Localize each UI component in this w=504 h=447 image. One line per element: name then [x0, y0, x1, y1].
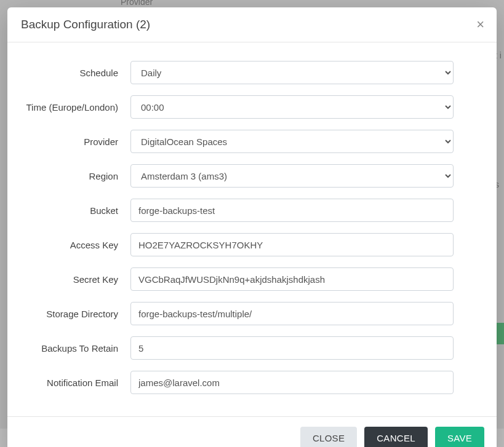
access-key-label: Access Key	[26, 240, 130, 250]
backups-to-retain-label: Backups To Retain	[26, 343, 130, 354]
time-select[interactable]: 00:00	[130, 95, 454, 119]
notification-email-input[interactable]	[130, 371, 454, 394]
bucket-input[interactable]	[130, 199, 454, 222]
schedule-label: Schedule	[26, 68, 130, 78]
backups-to-retain-input[interactable]	[130, 336, 454, 360]
time-label: Time (Europe/London)	[26, 102, 130, 113]
provider-label: Provider	[26, 136, 130, 147]
region-select[interactable]: Amsterdam 3 (ams3)	[130, 164, 454, 188]
close-icon[interactable]: ×	[476, 18, 484, 31]
modal-footer: CLOSE CANCEL SAVE	[7, 416, 497, 447]
storage-directory-input[interactable]	[130, 302, 454, 325]
bucket-label: Bucket	[26, 205, 130, 216]
secret-key-input[interactable]	[130, 267, 454, 291]
secret-key-label: Secret Key	[26, 274, 130, 285]
backup-configuration-modal: Backup Configuration (2) × Schedule Dail…	[7, 7, 497, 447]
modal-title: Backup Configuration (2)	[21, 18, 150, 31]
cancel-button[interactable]: CANCEL	[364, 427, 428, 447]
region-label: Region	[26, 171, 130, 181]
modal-header: Backup Configuration (2) ×	[7, 7, 497, 42]
modal-body: Schedule Daily Time (Europe/London) 00:0…	[7, 42, 497, 416]
provider-select[interactable]: DigitalOcean Spaces	[130, 130, 454, 153]
close-button[interactable]: CLOSE	[300, 427, 357, 447]
save-button[interactable]: SAVE	[435, 427, 484, 447]
schedule-select[interactable]: Daily	[130, 61, 454, 84]
access-key-input[interactable]	[130, 233, 454, 256]
storage-directory-label: Storage Directory	[26, 309, 130, 319]
notification-email-label: Notification Email	[26, 378, 130, 388]
